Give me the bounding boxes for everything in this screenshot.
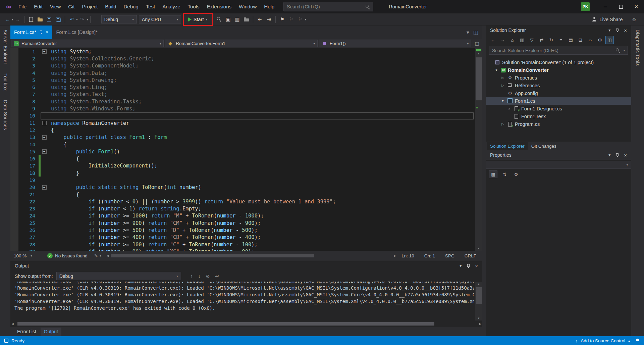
- tree-item-form1-cs[interactable]: ▾Form1.cs: [486, 97, 631, 105]
- solution-explorer-search-input[interactable]: Search Solution Explorer (Ctrl+č) ▾: [489, 46, 628, 55]
- diagnostics-icon[interactable]: ▥: [233, 15, 241, 24]
- window-menu-icon[interactable]: ▾: [608, 153, 610, 157]
- breakpoint-margin[interactable]: [10, 55, 18, 62]
- code-text[interactable]: if (number >= 90) return "XC" + ToRoman(…: [48, 249, 255, 251]
- breakpoint-margin[interactable]: [10, 119, 18, 127]
- feedback-icon[interactable]: ☺: [632, 16, 637, 22]
- code-line-22[interactable]: 22 if ((number < 0) || (number > 3999)) …: [10, 198, 475, 205]
- pin-icon[interactable]: [615, 28, 619, 33]
- code-text[interactable]: if (number < 1) return string.Empty;: [48, 206, 201, 212]
- breakpoint-margin[interactable]: [10, 98, 18, 105]
- se-code-view-icon[interactable]: ‹›: [586, 36, 594, 44]
- output-vertical-scrollbar[interactable]: ▲ ▼: [475, 282, 482, 321]
- se-sync-active-document-icon[interactable]: ⇄: [537, 36, 546, 44]
- solution-platform-dropdown[interactable]: Any CPU ▾: [139, 15, 181, 23]
- menu-item-tools[interactable]: Tools: [184, 0, 203, 13]
- scroll-left-icon[interactable]: ◀: [11, 322, 14, 326]
- window-menu-icon[interactable]: ▾: [608, 28, 610, 33]
- fold-collapse-icon[interactable]: −: [42, 49, 47, 54]
- breakpoint-margin[interactable]: [10, 212, 18, 219]
- se-show-all-files-icon[interactable]: ▤: [567, 36, 575, 44]
- scroll-right-icon[interactable]: ▶: [479, 322, 481, 326]
- tree-item-properties[interactable]: ▷⚙Properties: [486, 74, 631, 82]
- breakpoint-margin[interactable]: [10, 177, 18, 184]
- navigate-back-caret-icon[interactable]: ▾: [12, 18, 13, 21]
- code-text[interactable]: public static string ToRoman(int number): [48, 184, 201, 190]
- se-back-icon[interactable]: ←: [489, 36, 497, 44]
- breakpoint-margin[interactable]: [10, 162, 18, 169]
- window-menu-icon[interactable]: ▾: [460, 263, 462, 268]
- background-tasks-icon[interactable]: [4, 339, 8, 343]
- editor-horizontal-scrollbar[interactable]: ◀ ▶: [106, 254, 396, 258]
- se-home-icon[interactable]: ⌂: [508, 36, 517, 44]
- unindent-icon[interactable]: ⇤: [256, 15, 264, 24]
- add-to-source-control-button[interactable]: Add to Source Control: [581, 338, 625, 343]
- code-text[interactable]: public Form1(): [48, 149, 120, 155]
- se-switch-views-icon[interactable]: ▥: [518, 36, 526, 44]
- code-text[interactable]: InitializeComponent();: [48, 163, 157, 169]
- code-line-14[interactable]: 14 {: [10, 141, 475, 148]
- search-input[interactable]: Search (Ctrl+Q): [283, 2, 373, 11]
- expander-closed-icon[interactable]: ▷: [500, 122, 505, 126]
- close-panel-icon[interactable]: ×: [475, 263, 478, 269]
- expander-closed-icon[interactable]: ▷: [507, 107, 512, 110]
- bookmark-icon[interactable]: ⚑: [278, 15, 286, 24]
- side-tab-toolbox[interactable]: Toolbox: [3, 73, 8, 91]
- code-text[interactable]: using System.Threading.Tasks;: [48, 99, 142, 105]
- breakpoint-margin[interactable]: [10, 227, 18, 234]
- code-text[interactable]: if ((number < 0) || (number > 3999)) ret…: [48, 199, 336, 205]
- breakpoint-margin[interactable]: [10, 127, 18, 134]
- tree-item-references[interactable]: ▷References: [486, 82, 631, 89]
- code-text[interactable]: using System.Collections.Generic;: [48, 56, 154, 62]
- breakpoint-margin[interactable]: [10, 219, 18, 227]
- open-file-button[interactable]: [36, 15, 44, 24]
- side-tab-data-sources[interactable]: Data Sources: [3, 100, 8, 130]
- live-share-button[interactable]: Live Share: [592, 17, 623, 22]
- split-editor-icon[interactable]: ◫: [472, 41, 482, 46]
- close-panel-icon[interactable]: ×: [624, 28, 627, 33]
- save-button[interactable]: [45, 15, 53, 24]
- tab-error-list[interactable]: Error List: [14, 328, 40, 336]
- previous-message-icon[interactable]: ↑: [191, 274, 193, 279]
- member-dropdown[interactable]: Form1() ▾: [319, 40, 471, 47]
- code-text[interactable]: using System.ComponentModel;: [48, 63, 139, 69]
- solution-configuration-dropdown[interactable]: Debug ▾: [101, 15, 137, 23]
- save-all-button[interactable]: [54, 15, 62, 24]
- tree-item-solution-romainconverter-1-of-1-project[interactable]: Solution 'RomainConverter' (1 of 1 proje…: [486, 58, 631, 66]
- maximize-button[interactable]: [613, 0, 629, 13]
- pin-icon[interactable]: [39, 30, 43, 35]
- code-text[interactable]: {: [48, 142, 67, 148]
- code-text[interactable]: using System.Drawing;: [48, 77, 117, 83]
- breakpoint-margin[interactable]: [10, 205, 18, 212]
- menu-item-test[interactable]: Test: [142, 0, 159, 13]
- breakpoint-margin[interactable]: [10, 248, 18, 251]
- code-editor[interactable]: 1−using System;2using System.Collections…: [10, 48, 482, 251]
- tab-list-icon[interactable]: ▾: [467, 29, 469, 36]
- fold-collapse-icon[interactable]: −: [42, 135, 47, 140]
- code-line-3[interactable]: 3using System.ComponentModel;: [10, 62, 475, 69]
- tree-item-app-config[interactable]: ⚙App.config: [486, 89, 631, 97]
- code-line-19[interactable]: 19: [10, 177, 475, 184]
- properties-object-dropdown[interactable]: ▾: [486, 161, 631, 169]
- close-window-button[interactable]: ×: [629, 0, 644, 13]
- pin-icon[interactable]: [467, 264, 470, 268]
- breakpoint-margin[interactable]: [10, 91, 18, 98]
- menu-item-view[interactable]: View: [46, 0, 64, 13]
- fold-collapse-icon[interactable]: −: [42, 185, 47, 190]
- breakpoint-margin[interactable]: [10, 184, 18, 191]
- breakpoint-margin[interactable]: [10, 105, 18, 112]
- breakpoint-margin[interactable]: [10, 141, 18, 148]
- code-line-27[interactable]: 27 if (number >= 400) return "CD" + ToRo…: [10, 234, 475, 241]
- code-line-15[interactable]: 15− public Form1(): [10, 148, 475, 155]
- code-line-17[interactable]: 17 InitializeComponent();: [10, 162, 475, 169]
- close-tab-icon[interactable]: ×: [46, 30, 49, 35]
- menu-item-project[interactable]: Project: [78, 0, 101, 13]
- undo-caret-icon[interactable]: ▾: [76, 18, 77, 21]
- code-line-4[interactable]: 4using System.Data;: [10, 69, 475, 77]
- tree-item-romainconverter[interactable]: ▾C#RomainConverter: [486, 66, 631, 74]
- code-text[interactable]: {: [48, 156, 79, 162]
- toolbar-overflow-icon[interactable]: ▾: [305, 18, 306, 21]
- categorized-icon[interactable]: ▦: [489, 170, 497, 178]
- breakpoint-margin[interactable]: [10, 84, 18, 91]
- breakpoint-margin[interactable]: [10, 191, 18, 198]
